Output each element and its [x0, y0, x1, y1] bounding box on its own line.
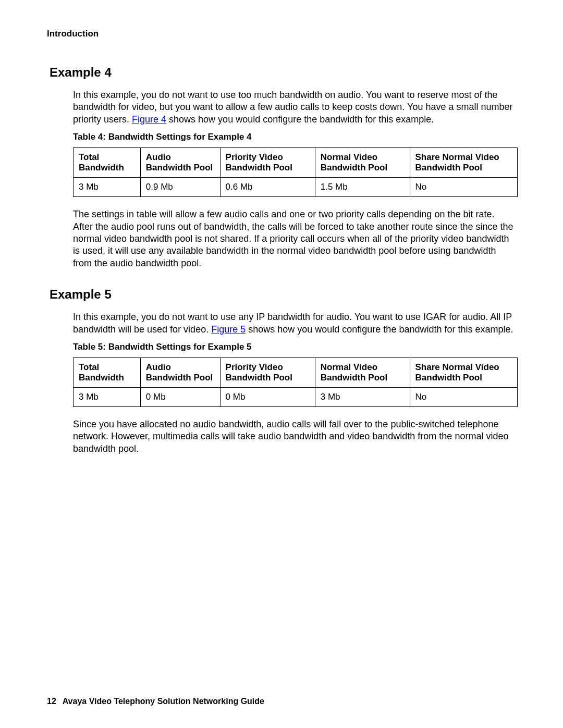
footer-title: Avaya Video Telephony Solution Networkin… — [63, 697, 264, 706]
table4-h1: Total Bandwidth — [74, 148, 141, 178]
table4-r1c5: No — [410, 178, 517, 197]
table5: Total Bandwidth Audio Bandwidth Pool Pri… — [73, 357, 518, 407]
table-row: 3 Mb 0.9 Mb 0.6 Mb 1.5 Mb No — [74, 178, 518, 197]
table4-h5: Share Normal Video Bandwidth Pool — [410, 148, 517, 178]
table4-r1c3: 0.6 Mb — [220, 178, 315, 197]
page-footer: 12 Avaya Video Telephony Solution Networ… — [47, 697, 264, 706]
table5-caption: Table 5: Bandwidth Settings for Example … — [73, 342, 516, 352]
running-header: Introduction — [47, 29, 516, 39]
table5-h4: Normal Video Bandwidth Pool — [315, 357, 410, 387]
table4-caption: Table 4: Bandwidth Settings for Example … — [73, 132, 516, 142]
table4-h4: Normal Video Bandwidth Pool — [315, 148, 410, 178]
table4-h3: Priority Video Bandwidth Pool — [220, 148, 315, 178]
table5-h1: Total Bandwidth — [74, 357, 141, 387]
example5-after: Since you have allocated no audio bandwi… — [73, 418, 516, 455]
figure4-link[interactable]: Figure 4 — [132, 114, 166, 125]
table4-r1c1: 3 Mb — [74, 178, 141, 197]
table4-h2: Audio Bandwidth Pool — [140, 148, 220, 178]
table5-h2: Audio Bandwidth Pool — [140, 357, 220, 387]
table5-r1c3: 0 Mb — [220, 387, 315, 406]
table-row: Total Bandwidth Audio Bandwidth Pool Pri… — [74, 357, 518, 387]
table5-h3: Priority Video Bandwidth Pool — [220, 357, 315, 387]
table-row: 3 Mb 0 Mb 0 Mb 3 Mb No — [74, 387, 518, 406]
example4-intro-post: shows how you would configure the bandwi… — [166, 114, 434, 125]
example4-after: The settings in table will allow a few a… — [73, 208, 516, 269]
table-row: Total Bandwidth Audio Bandwidth Pool Pri… — [74, 148, 518, 178]
example4-heading: Example 4 — [50, 65, 516, 80]
table5-r1c5: No — [410, 387, 517, 406]
table5-r1c4: 3 Mb — [315, 387, 410, 406]
example5-heading: Example 5 — [50, 287, 516, 302]
example5-intro-post: shows how you would configure the bandwi… — [246, 324, 513, 335]
table5-h5: Share Normal Video Bandwidth Pool — [410, 357, 517, 387]
table4-r1c2: 0.9 Mb — [140, 178, 220, 197]
table5-r1c2: 0 Mb — [140, 387, 220, 406]
page-number: 12 — [47, 697, 56, 706]
example4-intro: In this example, you do not want to use … — [73, 89, 516, 126]
table4-r1c4: 1.5 Mb — [315, 178, 410, 197]
example5-intro: In this example, you do not want to use … — [73, 311, 516, 336]
table5-r1c1: 3 Mb — [74, 387, 141, 406]
table4: Total Bandwidth Audio Bandwidth Pool Pri… — [73, 147, 518, 197]
figure5-link[interactable]: Figure 5 — [211, 324, 246, 335]
